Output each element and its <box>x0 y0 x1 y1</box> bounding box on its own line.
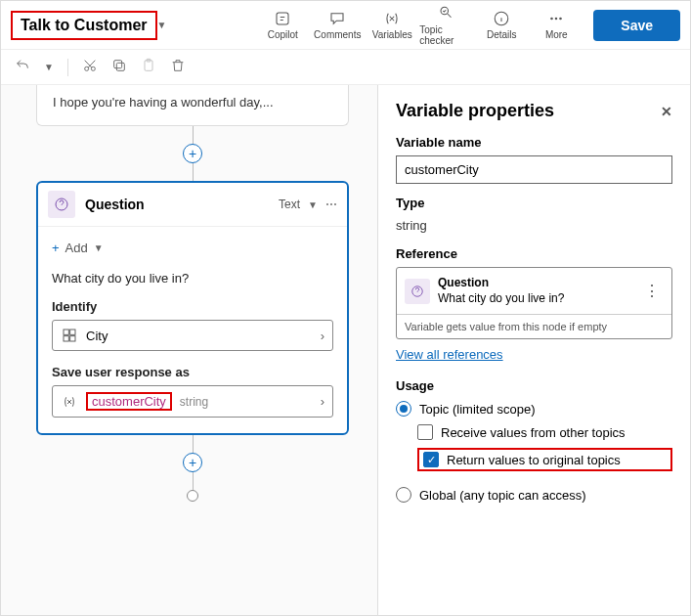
svg-rect-14 <box>70 330 75 334</box>
save-button[interactable]: Save <box>593 10 680 41</box>
reference-note: Variable gets value from this node if em… <box>397 314 671 338</box>
topic-name: Talk to Customer <box>21 17 148 34</box>
type-value: string <box>396 216 672 235</box>
authoring-canvas[interactable]: I hope you're having a wonderful day,...… <box>1 85 377 616</box>
add-button[interactable]: + Add ▼ <box>52 237 333 265</box>
topic-checker-button[interactable]: Topic checker <box>419 5 474 46</box>
receive-values-checkbox[interactable] <box>417 424 433 440</box>
svg-rect-0 <box>277 13 288 24</box>
question-type-badge[interactable]: Text <box>279 198 300 211</box>
identify-field[interactable]: City › <box>52 320 333 351</box>
toolbar-secondary: ▼ <box>1 50 690 85</box>
usage-label: Usage <box>396 378 672 393</box>
node-more-icon[interactable]: ⋯ <box>325 198 337 211</box>
question-icon <box>405 279 430 304</box>
variable-name: customerCity <box>86 392 172 411</box>
more-button[interactable]: More <box>529 10 583 40</box>
svg-point-4 <box>556 18 558 20</box>
reference-title: Question <box>438 276 632 291</box>
paste-button[interactable] <box>141 58 156 77</box>
comments-button[interactable]: Comments <box>310 10 365 40</box>
svg-point-3 <box>551 18 553 20</box>
variable-name-label: Variable name <box>396 135 672 150</box>
svg-rect-16 <box>70 336 75 341</box>
entity-icon <box>61 327 78 344</box>
svg-rect-13 <box>64 330 68 334</box>
question-prompt[interactable]: What city do you live in? <box>52 265 333 299</box>
reference-box: Question What city do you live in? ⋮ Var… <box>396 267 672 339</box>
undo-chevron-icon[interactable]: ▼ <box>44 62 54 72</box>
variables-button[interactable]: Variables <box>365 10 419 40</box>
svg-rect-15 <box>64 336 68 341</box>
reference-subtitle: What city do you live in? <box>438 291 632 307</box>
return-values-label: Return values to original topics <box>447 453 621 467</box>
variable-properties-panel: Variable properties ✕ Variable name Type… <box>377 85 690 616</box>
usage-global-label: Global (any topic can access) <box>419 488 586 503</box>
reference-more-icon[interactable]: ⋮ <box>640 282 664 300</box>
delete-button[interactable] <box>170 58 186 77</box>
identify-label: Identify <box>52 299 333 314</box>
add-node-button[interactable]: + <box>183 453 202 472</box>
question-icon <box>48 191 75 218</box>
usage-topic-radio[interactable] <box>396 401 411 417</box>
question-node[interactable]: Question Text ▼ ⋯ + Add ▼ What city do y… <box>36 181 349 435</box>
chevron-right-icon: › <box>321 329 324 343</box>
variable-icon <box>61 393 78 411</box>
chevron-right-icon: › <box>321 394 324 409</box>
undo-button[interactable] <box>15 58 30 77</box>
svg-point-7 <box>91 66 95 70</box>
svg-rect-8 <box>116 63 124 70</box>
topic-title-dropdown[interactable]: Talk to Customer <box>11 11 157 40</box>
panel-title: Variable properties <box>396 101 554 121</box>
message-node-text: I hope you're having a wonderful day,... <box>53 95 274 110</box>
type-label: Type <box>396 196 672 210</box>
chevron-down-icon[interactable]: ▼ <box>157 20 167 30</box>
end-node <box>187 490 198 502</box>
copy-button[interactable] <box>111 58 127 77</box>
receive-values-label: Receive values from other topics <box>441 425 626 440</box>
message-node[interactable]: I hope you're having a wonderful day,... <box>36 85 349 126</box>
cut-button[interactable] <box>82 58 98 77</box>
chevron-down-icon[interactable]: ▼ <box>308 199 318 210</box>
question-node-title: Question <box>85 197 269 212</box>
variable-type: string <box>180 395 208 409</box>
svg-point-6 <box>85 66 89 70</box>
svg-point-1 <box>441 7 449 15</box>
variable-name-input[interactable] <box>396 155 672 184</box>
details-button[interactable]: Details <box>474 10 529 40</box>
usage-topic-label: Topic (limited scope) <box>419 402 536 417</box>
top-bar: Talk to Customer ▼ Copilot Comments Vari… <box>1 1 690 50</box>
copilot-button[interactable]: Copilot <box>255 10 310 40</box>
add-node-button[interactable]: + <box>183 144 202 163</box>
svg-point-5 <box>560 18 562 20</box>
identify-value: City <box>86 329 313 343</box>
usage-global-radio[interactable] <box>396 487 411 503</box>
close-button[interactable]: ✕ <box>661 104 672 119</box>
reference-label: Reference <box>396 246 672 261</box>
save-as-field[interactable]: customerCity string › <box>52 385 333 418</box>
return-values-checkbox[interactable]: ✓ <box>423 452 439 467</box>
save-as-label: Save user response as <box>52 365 333 379</box>
svg-rect-9 <box>114 60 122 67</box>
view-all-references-link[interactable]: View all references <box>396 347 503 362</box>
